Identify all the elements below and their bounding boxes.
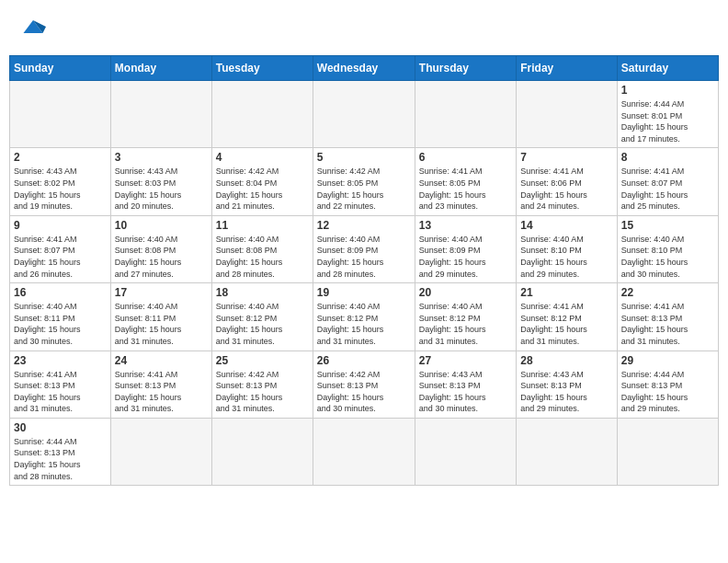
calendar-day: 19Sunrise: 4:40 AM Sunset: 8:12 PM Dayli… [313, 283, 415, 350]
day-number: 8 [621, 151, 714, 164]
day-number: 5 [317, 151, 411, 164]
calendar-day: 27Sunrise: 4:43 AM Sunset: 8:13 PM Dayli… [415, 350, 516, 418]
calendar-day: 14Sunrise: 4:40 AM Sunset: 8:10 PM Dayli… [517, 215, 617, 282]
day-number: 16 [14, 286, 107, 299]
day-info: Sunrise: 4:44 AM Sunset: 8:13 PM Dayligh… [14, 436, 107, 482]
calendar-day: 26Sunrise: 4:42 AM Sunset: 8:13 PM Dayli… [313, 350, 415, 418]
day-info: Sunrise: 4:40 AM Sunset: 8:09 PM Dayligh… [419, 234, 512, 280]
calendar-day [313, 81, 415, 148]
day-info: Sunrise: 4:42 AM Sunset: 8:04 PM Dayligh… [216, 166, 309, 212]
calendar-day: 15Sunrise: 4:40 AM Sunset: 8:10 PM Dayli… [617, 215, 718, 282]
calendar-table: SundayMondayTuesdayWednesdayThursdayFrid… [9, 55, 719, 486]
calendar-day [517, 418, 617, 485]
calendar-day [517, 81, 617, 148]
calendar-day: 24Sunrise: 4:41 AM Sunset: 8:13 PM Dayli… [110, 350, 211, 418]
day-info: Sunrise: 4:41 AM Sunset: 8:13 PM Dayligh… [115, 369, 208, 415]
day-info: Sunrise: 4:43 AM Sunset: 8:02 PM Dayligh… [14, 166, 107, 212]
day-info: Sunrise: 4:41 AM Sunset: 8:13 PM Dayligh… [14, 369, 107, 415]
calendar-day: 29Sunrise: 4:44 AM Sunset: 8:13 PM Dayli… [617, 350, 718, 418]
calendar-day: 21Sunrise: 4:41 AM Sunset: 8:12 PM Dayli… [517, 283, 617, 350]
day-info: Sunrise: 4:40 AM Sunset: 8:08 PM Dayligh… [216, 234, 309, 280]
calendar-week-6: 30Sunrise: 4:44 AM Sunset: 8:13 PM Dayli… [10, 418, 719, 485]
weekday-header-friday: Friday [517, 56, 617, 81]
day-info: Sunrise: 4:41 AM Sunset: 8:13 PM Dayligh… [621, 301, 714, 347]
day-info: Sunrise: 4:43 AM Sunset: 8:03 PM Dayligh… [115, 166, 208, 212]
day-info: Sunrise: 4:42 AM Sunset: 8:05 PM Dayligh… [317, 166, 411, 212]
weekday-header-row: SundayMondayTuesdayWednesdayThursdayFrid… [10, 56, 719, 81]
day-number: 21 [520, 286, 612, 299]
calendar-week-2: 2Sunrise: 4:43 AM Sunset: 8:02 PM Daylig… [10, 148, 719, 215]
calendar-day: 17Sunrise: 4:40 AM Sunset: 8:11 PM Dayli… [110, 283, 211, 350]
logo [18, 14, 46, 43]
day-info: Sunrise: 4:43 AM Sunset: 8:13 PM Dayligh… [419, 369, 512, 415]
calendar-day: 9Sunrise: 4:41 AM Sunset: 8:07 PM Daylig… [10, 215, 111, 282]
day-number: 11 [216, 219, 309, 232]
day-info: Sunrise: 4:40 AM Sunset: 8:12 PM Dayligh… [419, 301, 512, 347]
weekday-header-sunday: Sunday [10, 56, 111, 81]
day-info: Sunrise: 4:43 AM Sunset: 8:13 PM Dayligh… [520, 369, 612, 415]
day-number: 29 [621, 354, 714, 367]
day-number: 25 [216, 354, 309, 367]
day-info: Sunrise: 4:44 AM Sunset: 8:01 PM Dayligh… [621, 98, 714, 144]
day-info: Sunrise: 4:40 AM Sunset: 8:12 PM Dayligh… [317, 301, 411, 347]
calendar-day [415, 81, 516, 148]
day-info: Sunrise: 4:41 AM Sunset: 8:05 PM Dayligh… [419, 166, 512, 212]
calendar-day: 10Sunrise: 4:40 AM Sunset: 8:08 PM Dayli… [110, 215, 211, 282]
day-info: Sunrise: 4:40 AM Sunset: 8:09 PM Dayligh… [317, 234, 411, 280]
calendar-day: 6Sunrise: 4:41 AM Sunset: 8:05 PM Daylig… [415, 148, 516, 215]
calendar-day: 20Sunrise: 4:40 AM Sunset: 8:12 PM Dayli… [415, 283, 516, 350]
calendar-day: 28Sunrise: 4:43 AM Sunset: 8:13 PM Dayli… [517, 350, 617, 418]
calendar-day: 4Sunrise: 4:42 AM Sunset: 8:04 PM Daylig… [211, 148, 313, 215]
logo-icon [20, 14, 46, 40]
weekday-header-wednesday: Wednesday [313, 56, 415, 81]
calendar-day [617, 418, 718, 485]
calendar-day: 11Sunrise: 4:40 AM Sunset: 8:08 PM Dayli… [211, 215, 313, 282]
calendar-day: 13Sunrise: 4:40 AM Sunset: 8:09 PM Dayli… [415, 215, 516, 282]
calendar-day: 12Sunrise: 4:40 AM Sunset: 8:09 PM Dayli… [313, 215, 415, 282]
day-info: Sunrise: 4:40 AM Sunset: 8:11 PM Dayligh… [115, 301, 208, 347]
day-number: 24 [115, 354, 208, 367]
day-number: 12 [317, 219, 411, 232]
calendar-day [211, 81, 313, 148]
day-number: 10 [115, 219, 208, 232]
day-info: Sunrise: 4:41 AM Sunset: 8:12 PM Dayligh… [520, 301, 612, 347]
calendar-week-4: 16Sunrise: 4:40 AM Sunset: 8:11 PM Dayli… [10, 283, 719, 350]
calendar-day: 25Sunrise: 4:42 AM Sunset: 8:13 PM Dayli… [211, 350, 313, 418]
day-number: 18 [216, 286, 309, 299]
day-number: 28 [520, 354, 612, 367]
page-header [9, 9, 719, 48]
day-info: Sunrise: 4:41 AM Sunset: 8:07 PM Dayligh… [621, 166, 714, 212]
calendar-day [211, 418, 313, 485]
calendar-week-1: 1Sunrise: 4:44 AM Sunset: 8:01 PM Daylig… [10, 81, 719, 148]
weekday-header-monday: Monday [110, 56, 211, 81]
calendar-day: 1Sunrise: 4:44 AM Sunset: 8:01 PM Daylig… [617, 81, 718, 148]
calendar-day: 5Sunrise: 4:42 AM Sunset: 8:05 PM Daylig… [313, 148, 415, 215]
day-info: Sunrise: 4:42 AM Sunset: 8:13 PM Dayligh… [317, 369, 411, 415]
day-number: 20 [419, 286, 512, 299]
day-number: 6 [419, 151, 512, 164]
calendar-day: 30Sunrise: 4:44 AM Sunset: 8:13 PM Dayli… [10, 418, 111, 485]
day-number: 22 [621, 286, 714, 299]
calendar-week-5: 23Sunrise: 4:41 AM Sunset: 8:13 PM Dayli… [10, 350, 719, 418]
day-number: 9 [14, 219, 107, 232]
day-number: 15 [621, 219, 714, 232]
calendar-day: 3Sunrise: 4:43 AM Sunset: 8:03 PM Daylig… [110, 148, 211, 215]
day-number: 27 [419, 354, 512, 367]
day-number: 26 [317, 354, 411, 367]
day-number: 14 [520, 219, 612, 232]
day-number: 13 [419, 219, 512, 232]
day-info: Sunrise: 4:40 AM Sunset: 8:10 PM Dayligh… [520, 234, 612, 280]
calendar-day: 22Sunrise: 4:41 AM Sunset: 8:13 PM Dayli… [617, 283, 718, 350]
weekday-header-tuesday: Tuesday [211, 56, 313, 81]
day-info: Sunrise: 4:41 AM Sunset: 8:06 PM Dayligh… [520, 166, 612, 212]
day-number: 17 [115, 286, 208, 299]
day-info: Sunrise: 4:44 AM Sunset: 8:13 PM Dayligh… [621, 369, 714, 415]
calendar-day [110, 418, 211, 485]
day-info: Sunrise: 4:40 AM Sunset: 8:12 PM Dayligh… [216, 301, 309, 347]
day-number: 1 [621, 84, 714, 97]
day-number: 4 [216, 151, 309, 164]
day-number: 23 [14, 354, 107, 367]
calendar-week-3: 9Sunrise: 4:41 AM Sunset: 8:07 PM Daylig… [10, 215, 719, 282]
calendar-day: 2Sunrise: 4:43 AM Sunset: 8:02 PM Daylig… [10, 148, 111, 215]
calendar-day: 7Sunrise: 4:41 AM Sunset: 8:06 PM Daylig… [517, 148, 617, 215]
